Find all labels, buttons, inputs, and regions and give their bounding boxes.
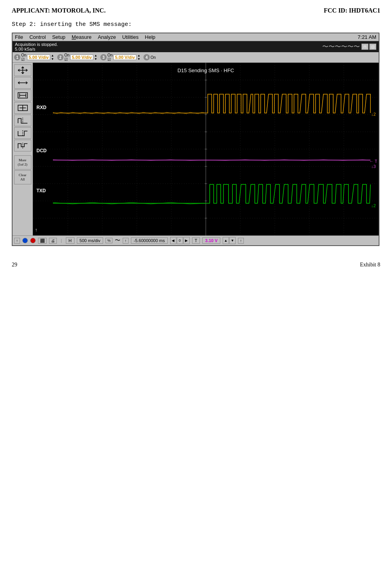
oscilloscope-window: File Control Setup Measure Analyze Utili… bbox=[12, 33, 379, 246]
channel-3-group: 3 On☑ 5.00 V/div ▲▼ bbox=[100, 53, 140, 62]
menu-control[interactable]: Control bbox=[29, 34, 46, 40]
ch1-on: On☑ bbox=[21, 53, 26, 62]
txd-label: TXD bbox=[36, 188, 46, 193]
indicator-blue bbox=[22, 238, 28, 243]
ch3-num: 3 bbox=[100, 54, 107, 60]
page-footer: 29 Exhibit 8 bbox=[0, 254, 392, 276]
cursor-move-btn[interactable] bbox=[14, 64, 31, 76]
zoom-h-btn[interactable] bbox=[14, 89, 31, 101]
step-text: Step 2: inserting the SMS message: bbox=[0, 18, 392, 33]
clear-all-btn[interactable]: ClearAll bbox=[14, 170, 31, 184]
page-number: 29 bbox=[12, 262, 17, 268]
ch3-arrows[interactable]: ▲▼ bbox=[137, 54, 140, 61]
status-line1: Acquisition is stopped. bbox=[15, 42, 58, 47]
channel-bar: 1 On☑ 5.00 V/div ▲▼ 2 On☑ 5.00 V/div ▲▼ … bbox=[13, 52, 379, 63]
ch1-num: 1 bbox=[14, 54, 20, 60]
record-icon[interactable]: ⬛ bbox=[38, 238, 47, 244]
ch4-on: On bbox=[151, 55, 156, 60]
svg-text:↓3: ↓3 bbox=[371, 164, 376, 169]
menu-setup[interactable]: Setup bbox=[52, 34, 65, 40]
volt-val: 3.10 V bbox=[202, 237, 220, 244]
wave-symbol: 〜〜〜〜〜〜 bbox=[322, 43, 360, 51]
cursor-t1-btn[interactable] bbox=[14, 115, 31, 126]
menu-items: File Control Setup Measure Analyze Utili… bbox=[15, 34, 155, 40]
corner-buttons: ⊓ ⊡ bbox=[361, 44, 376, 50]
trigger-left-btn[interactable]: ◀ bbox=[170, 237, 176, 244]
ch2-num: 2 bbox=[57, 54, 64, 60]
channel-4-group: 4 On bbox=[143, 54, 156, 60]
indicator-red[interactable] bbox=[30, 238, 36, 243]
menu-utilities[interactable]: Utilities bbox=[122, 34, 139, 40]
plot-title: D15 Sending SMS · HFC bbox=[178, 67, 234, 73]
corner-btn-1[interactable]: ⊓ bbox=[361, 44, 368, 50]
cursor-t3-btn[interactable] bbox=[14, 140, 31, 151]
volt-adj-btns: ▲ ▼ bbox=[223, 237, 236, 244]
fcc-id-text: FCC ID: IHDT6AC1 bbox=[324, 7, 380, 14]
osc-plot: D15 Sending SMS · HFC RXD DCD TXD bbox=[33, 63, 379, 235]
menu-file[interactable]: File bbox=[15, 34, 23, 40]
channel-1-group: 1 On☑ 5.00 V/div ▲▼ bbox=[14, 53, 54, 62]
menu-bar: File Control Setup Measure Analyze Utili… bbox=[13, 33, 379, 41]
exhibit-label: Exhibit 8 bbox=[360, 262, 380, 268]
h-label: H bbox=[66, 237, 74, 244]
svg-text:↑: ↑ bbox=[35, 227, 37, 233]
ch2-on: On☑ bbox=[64, 53, 69, 62]
volt-down-btn[interactable]: ▼ bbox=[229, 237, 236, 244]
trigger-up-btn[interactable]: ↑ bbox=[123, 238, 129, 244]
volt-up-btn[interactable]: ▲ bbox=[223, 237, 229, 244]
osc-svg: D15 Sending SMS · HFC RXD DCD TXD bbox=[33, 63, 379, 235]
ch2-arrows[interactable]: ▲▼ bbox=[94, 54, 97, 61]
svg-text:↓2: ↓2 bbox=[371, 203, 376, 208]
menu-help[interactable]: Help bbox=[145, 34, 156, 40]
status-bar: Acquisition is stopped. 5.00 kSa/s 〜〜〜〜〜… bbox=[13, 41, 379, 52]
cursor-v-btn[interactable] bbox=[14, 77, 31, 89]
menu-analyze[interactable]: Analyze bbox=[98, 34, 116, 40]
status-text: Acquisition is stopped. 5.00 kSa/s bbox=[15, 42, 58, 51]
zoom-hv-btn[interactable] bbox=[14, 102, 31, 114]
more-btn[interactable]: More(1of 2) bbox=[14, 155, 31, 170]
scroll-up-btn[interactable]: ↑ bbox=[14, 238, 20, 244]
page-header: APPLICANT: MOTOROLA, INC. FCC ID: IHDT6A… bbox=[0, 0, 392, 18]
trigger-nav-btns: ◀ 0 ▶ bbox=[170, 237, 190, 244]
trigger-value: -5.60000000 ms bbox=[131, 237, 168, 244]
bottom-bar: ↑ ⬛ 🖨 | H 500 ms/div % 〜 ↑ -5.60000000 m… bbox=[13, 235, 379, 245]
channel-2-group: 2 On☑ 5.00 V/div ▲▼ bbox=[57, 53, 97, 62]
applicant-text: APPLICANT: MOTOROLA, INC. bbox=[12, 7, 105, 14]
svg-text:↓2: ↓2 bbox=[371, 112, 376, 117]
trigger-right-btn[interactable]: ▶ bbox=[183, 237, 190, 244]
ch1-volt: 5.00 V/div bbox=[27, 55, 50, 60]
time-display: 7:21 AM bbox=[358, 34, 376, 40]
trigger-zero-btn[interactable]: 0 bbox=[177, 237, 183, 244]
volt-t-label: T bbox=[192, 237, 200, 244]
ch4-num: 4 bbox=[143, 54, 150, 60]
time-div-display: 500 ms/div bbox=[77, 237, 103, 244]
osc-main: More(1of 2) ClearAll bbox=[13, 63, 379, 235]
dcd-label: DCD bbox=[36, 148, 47, 153]
ch3-on: On☑ bbox=[107, 53, 113, 62]
ch2-volt: 5.00 V/div bbox=[70, 55, 93, 60]
print-icon[interactable]: 🖨 bbox=[49, 238, 57, 244]
status-line2: 5.00 kSa/s bbox=[15, 47, 35, 51]
ch1-arrows[interactable]: ▲▼ bbox=[51, 54, 54, 61]
menu-measure[interactable]: Measure bbox=[72, 34, 92, 40]
rxd-label: RXD bbox=[36, 105, 47, 110]
cursor-t2-btn[interactable] bbox=[14, 127, 31, 139]
left-toolbar: More(1of 2) ClearAll bbox=[13, 63, 33, 235]
scroll-right-btn[interactable]: ↑ bbox=[238, 238, 244, 244]
ch3-volt: 5.00 V/div bbox=[113, 55, 136, 60]
timebase-arrows[interactable]: % bbox=[105, 238, 113, 243]
svg-text:← T: ← T bbox=[369, 159, 377, 164]
waveform-symbol: 〜 bbox=[115, 237, 120, 244]
corner-btn-2[interactable]: ⊡ bbox=[369, 44, 376, 50]
